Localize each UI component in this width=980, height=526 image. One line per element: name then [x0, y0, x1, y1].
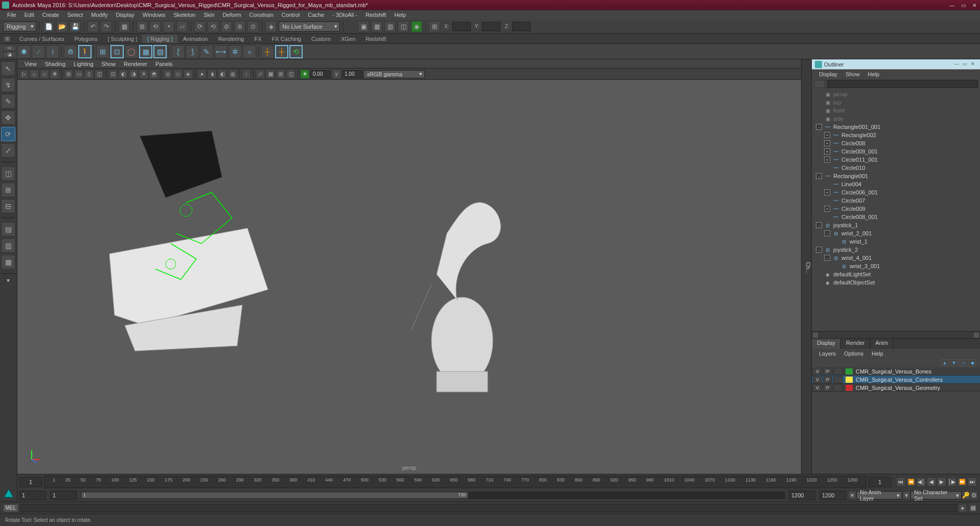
close-button[interactable]: ✕: [971, 2, 978, 8]
outliner-node-joystick_1[interactable]: -⊙joystick_1: [812, 221, 980, 229]
layer-tab-display[interactable]: Display: [812, 339, 841, 349]
collapse-icon[interactable]: -: [816, 173, 822, 179]
outliner-node-joystick_2[interactable]: -⊙joystick_2: [812, 246, 980, 254]
menu-file[interactable]: File: [3, 12, 20, 18]
layout-single-icon[interactable]: ◫: [1, 166, 15, 181]
outliner-node-rectangle001_001[interactable]: -〰Rectangle001_001: [812, 123, 980, 131]
outliner-node-circle010[interactable]: 〰Circle010: [812, 164, 980, 172]
cmd-input[interactable]: [20, 504, 956, 512]
open-scene-icon[interactable]: 📂: [56, 21, 67, 32]
new-empty-layer-icon[interactable]: ◇: [960, 359, 967, 366]
paint-select-tool-icon[interactable]: ✎: [1, 94, 15, 108]
outliner-menu-display[interactable]: Display: [815, 71, 841, 77]
vp-gate-mask-icon[interactable]: ◫: [95, 70, 104, 79]
layer-v-toggle[interactable]: V: [813, 368, 822, 375]
menu-skin[interactable]: Skin: [199, 12, 218, 18]
scroll-left-icon[interactable]: [813, 333, 818, 338]
outliner-node-wrist_4_001[interactable]: -⊙wrist_4_001: [812, 254, 980, 262]
select-tool-icon[interactable]: ↖: [1, 61, 15, 76]
outliner-node-defaultlightset[interactable]: ◈defaultLightSet: [812, 270, 980, 278]
menu-cache[interactable]: Cache: [304, 12, 328, 18]
outliner-node-defaultobjectset[interactable]: ◈defaultObjectSet: [812, 278, 980, 287]
vp-film-gate-icon[interactable]: ▭: [74, 70, 83, 79]
menu-help[interactable]: Help: [390, 12, 410, 18]
expand-icon[interactable]: +: [824, 206, 830, 212]
vp-motionblur-icon[interactable]: ◗: [208, 70, 217, 79]
y-coord-input[interactable]: [482, 22, 500, 31]
layout-two-icon[interactable]: ⊟: [1, 199, 15, 213]
cmd-language-label[interactable]: MEL: [3, 504, 18, 512]
shelf-tab-fx[interactable]: FX: [249, 35, 266, 43]
expand-icon[interactable]: +: [824, 132, 830, 138]
scroll-right-icon[interactable]: [974, 333, 979, 338]
workspace-mode-dropdown[interactable]: Rigging: [3, 21, 36, 32]
layer-extra-toggle[interactable]: [833, 384, 842, 391]
range-track[interactable]: 1 720: [81, 492, 785, 499]
cluster-icon[interactable]: ⊡: [110, 45, 124, 58]
menu-redshift[interactable]: Redshift: [361, 12, 390, 18]
vp-grid-toggle-icon[interactable]: ⊞: [276, 70, 285, 79]
step-fwd-icon[interactable]: │▶: [947, 477, 956, 487]
expand-icon[interactable]: +: [824, 189, 830, 195]
outliner-node-side[interactable]: ▣side: [812, 115, 980, 123]
mirror-joint-icon[interactable]: ⟊: [46, 45, 59, 58]
z-coord-input[interactable]: [512, 22, 531, 31]
layer-color-swatch[interactable]: [846, 377, 853, 383]
vp-shadows-icon[interactable]: ◓: [149, 70, 158, 79]
lattice-icon[interactable]: ⊞: [96, 45, 109, 58]
shelf-tab-xgen[interactable]: XGen: [336, 35, 360, 43]
outliner-minimize-button[interactable]: —: [954, 61, 961, 68]
timeline-current-frame-input[interactable]: [869, 477, 891, 487]
construct-history-freeze-icon[interactable]: ⊚: [234, 21, 245, 32]
shrink-wrap-icon[interactable]: ▨: [153, 45, 167, 58]
vp-2d-pan-icon[interactable]: ✥: [50, 70, 59, 79]
insert-joint-icon[interactable]: ⟋: [32, 45, 45, 58]
outliner-maximize-button[interactable]: ▭: [963, 61, 969, 68]
expand-icon[interactable]: +: [824, 148, 830, 155]
new-layer-selected-icon[interactable]: ◆: [969, 359, 976, 366]
layer-row-cmr_surgical_versus_bones[interactable]: VPCMR_Surgical_Versus_Bones: [812, 367, 980, 376]
paint-weights-icon[interactable]: ✎: [200, 45, 213, 58]
shelf-tab-rigging[interactable]: Rigging: [142, 35, 178, 43]
outliner-node-circle007[interactable]: 〰Circle007: [812, 196, 980, 205]
channel-box-tab[interactable]: Ch...: [801, 59, 811, 474]
menu-skeleton[interactable]: Skeleton: [169, 12, 199, 18]
layer-extra-toggle[interactable]: [833, 368, 842, 375]
lasso-tool-icon[interactable]: ↯: [1, 78, 15, 92]
vp-ao-icon[interactable]: ●: [197, 70, 207, 79]
outliner-node-wrist_3_001[interactable]: ⊙wrist_3_001: [812, 262, 980, 270]
timeline-start-frame-input[interactable]: [19, 477, 42, 487]
vp-xray-icon[interactable]: ◇: [173, 70, 183, 79]
layer-tab-anim[interactable]: Anim: [870, 339, 894, 349]
collapse-icon[interactable]: -: [816, 222, 822, 228]
detach-skin-icon[interactable]: ⟆: [186, 45, 199, 58]
range-startB-input[interactable]: [50, 491, 77, 500]
minimize-button[interactable]: —: [948, 2, 955, 8]
layout-four-icon[interactable]: ⊞: [1, 183, 15, 197]
vp-gamma-icon[interactable]: γ: [332, 70, 341, 79]
shelf-tab-curves-surfaces[interactable]: Curves / Surfaces: [14, 35, 69, 43]
move-tool-icon[interactable]: ✥: [1, 111, 15, 125]
outliner-node-wrist_2_001[interactable]: -⊙wrist_2_001: [812, 229, 980, 237]
panel-grid-icon[interactable]: ⊞: [429, 21, 440, 32]
vp-bookmark-icon[interactable]: ⌂: [30, 70, 39, 79]
live-surface-toggle-icon[interactable]: ◈: [265, 21, 277, 32]
go-to-end-icon[interactable]: ⏭: [968, 477, 977, 487]
cmd-exec-button[interactable]: ▸: [959, 504, 967, 512]
vp-menu-lighting[interactable]: Lighting: [70, 61, 98, 67]
outliner-search-input[interactable]: [827, 80, 978, 88]
human-ik-icon[interactable]: 🚶: [78, 45, 92, 58]
vp-grid-icon[interactable]: ⊞: [64, 70, 73, 79]
redshift-render-icon[interactable]: ◉: [411, 21, 422, 32]
vp-shaded-icon[interactable]: ◐: [119, 70, 128, 79]
layer-p-toggle[interactable]: P: [823, 368, 832, 375]
construct-history-bake-icon[interactable]: ⊙: [247, 21, 259, 32]
shelf-layout-b-icon[interactable]: ◪: [3, 52, 16, 58]
layer-row-cmr_surgical_versus_geometry[interactable]: VPCMR_Surgical_Versus_Geometry: [812, 384, 980, 392]
prune-weights-icon[interactable]: ⟐: [243, 45, 256, 58]
shelf-menu-icon[interactable]: ≡: [3, 35, 11, 42]
vp-textured-icon[interactable]: ◑: [129, 70, 138, 79]
outliner-node-wrist_1[interactable]: ⊙wrist_1: [812, 237, 980, 246]
layer-v-toggle[interactable]: V: [813, 384, 822, 391]
constraint-point-icon[interactable]: ┼: [275, 45, 288, 58]
